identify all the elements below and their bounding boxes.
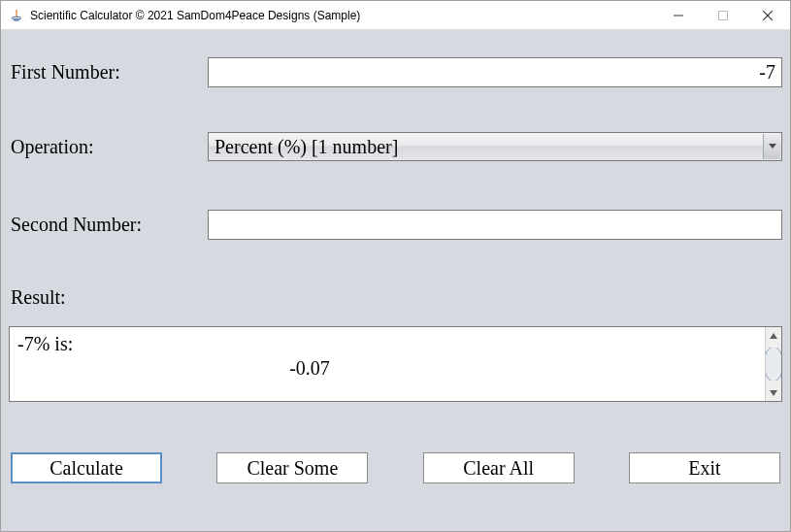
operation-combo-wrap: Percent (%) [1 number] (208, 132, 782, 161)
scroll-down-icon[interactable] (766, 384, 781, 401)
titlebar: Scientific Calculator © 2021 SamDom4Peac… (1, 1, 790, 30)
second-number-label: Second Number: (9, 214, 208, 236)
second-number-row: Second Number: (9, 210, 782, 240)
svg-marker-9 (770, 390, 777, 396)
result-label: Result: (9, 286, 782, 309)
clear-all-button[interactable]: Clear All (423, 452, 575, 483)
window-controls (656, 1, 790, 29)
minimize-button[interactable] (656, 1, 701, 29)
result-text-content: -7% is: -0.07 (10, 327, 765, 401)
scrollbar-thumb[interactable] (765, 347, 781, 382)
chevron-down-icon (763, 134, 780, 159)
second-number-input[interactable] (208, 210, 782, 240)
first-number-input[interactable] (208, 57, 782, 87)
calculate-button[interactable]: Calculate (11, 452, 162, 483)
clear-some-button[interactable]: Clear Some (216, 452, 368, 483)
java-app-icon (9, 8, 24, 23)
operation-select[interactable]: Percent (%) [1 number] (208, 132, 782, 161)
first-number-label: First Number: (9, 61, 208, 83)
window-title: Scientific Calculator © 2021 SamDom4Peac… (30, 9, 656, 22)
result-line-1: -7% is: (17, 333, 757, 355)
vertical-scrollbar[interactable] (765, 327, 781, 401)
svg-rect-3 (719, 11, 728, 19)
close-button[interactable] (745, 1, 790, 29)
exit-button[interactable]: Exit (629, 452, 780, 483)
button-row: Calculate Clear Some Clear All Exit (9, 452, 782, 483)
svg-marker-6 (769, 144, 776, 149)
result-section: Result: -7% is: -0.07 (9, 286, 782, 402)
scroll-up-icon[interactable] (766, 327, 781, 344)
svg-marker-7 (770, 333, 777, 339)
operation-label: Operation: (9, 136, 208, 158)
operation-selected-text: Percent (%) [1 number] (214, 136, 398, 158)
operation-row: Operation: Percent (%) [1 number] (9, 132, 782, 161)
content-panel: First Number: Operation: Percent (%) [1 … (1, 30, 790, 531)
svg-point-8 (766, 348, 781, 381)
result-textarea[interactable]: -7% is: -0.07 (9, 326, 782, 402)
first-number-row: First Number: (9, 57, 782, 87)
maximize-button[interactable] (701, 1, 745, 29)
app-window: Scientific Calculator © 2021 SamDom4Peac… (0, 0, 791, 532)
result-line-2: -0.07 (17, 357, 757, 380)
